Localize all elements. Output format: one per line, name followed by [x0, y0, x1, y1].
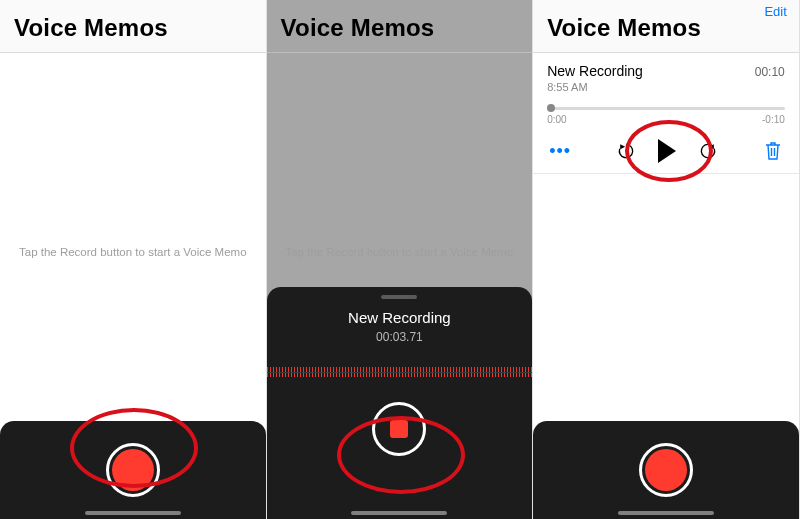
record-bar: [533, 421, 799, 519]
header: Voice Memos: [533, 0, 799, 53]
home-indicator[interactable]: [618, 511, 714, 515]
recording-duration: 00:10: [755, 65, 785, 79]
record-bar: [0, 421, 266, 519]
more-button[interactable]: •••: [549, 141, 571, 162]
home-indicator[interactable]: [85, 511, 181, 515]
app-title: Voice Memos: [547, 14, 785, 42]
stop-button[interactable]: [372, 402, 426, 456]
scrub-start: 0:00: [547, 114, 566, 125]
record-button[interactable]: [639, 443, 693, 497]
header: Voice Memos: [0, 0, 266, 53]
screen-recording: Voice Memos Tap the Record button to sta…: [267, 0, 534, 519]
trash-button[interactable]: [763, 140, 783, 162]
recording-title: New Recording: [267, 309, 533, 326]
play-button[interactable]: [658, 139, 676, 163]
edit-button[interactable]: Edit: [760, 0, 790, 23]
empty-hint: Tap the Record button to start a Voice M…: [267, 246, 533, 258]
recording-sheet: New Recording 00:03.71: [267, 287, 533, 519]
skip-forward-icon[interactable]: [698, 141, 718, 161]
recording-title: New Recording: [547, 63, 643, 79]
scrubber[interactable]: [547, 107, 785, 110]
empty-hint: Tap the Record button to start a Voice M…: [0, 246, 266, 258]
header: Voice Memos: [267, 0, 533, 53]
skip-back-icon[interactable]: [616, 141, 636, 161]
recording-elapsed: 00:03.71: [267, 330, 533, 344]
sheet-grabber[interactable]: [381, 295, 417, 299]
stop-icon: [390, 420, 408, 438]
app-title: Voice Memos: [281, 14, 519, 42]
scrub-remaining: -0:10: [762, 114, 785, 125]
record-icon: [112, 449, 154, 491]
home-indicator[interactable]: [351, 511, 447, 515]
scrubber-times: 0:00 -0:10: [547, 114, 785, 125]
playback-controls: •••: [547, 139, 785, 163]
app-title: Voice Memos: [14, 14, 252, 42]
scrubber-knob[interactable]: [547, 104, 555, 112]
record-button[interactable]: [106, 443, 160, 497]
waveform[interactable]: [267, 364, 533, 380]
recording-cell[interactable]: New Recording 00:10 8:55 AM 0:00 -0:10 •…: [533, 53, 799, 174]
screen-playback: Edit Voice Memos New Recording 00:10 8:5…: [533, 0, 800, 519]
record-icon: [645, 449, 687, 491]
recording-timestamp: 8:55 AM: [547, 81, 785, 93]
screen-idle: Voice Memos Tap the Record button to sta…: [0, 0, 267, 519]
